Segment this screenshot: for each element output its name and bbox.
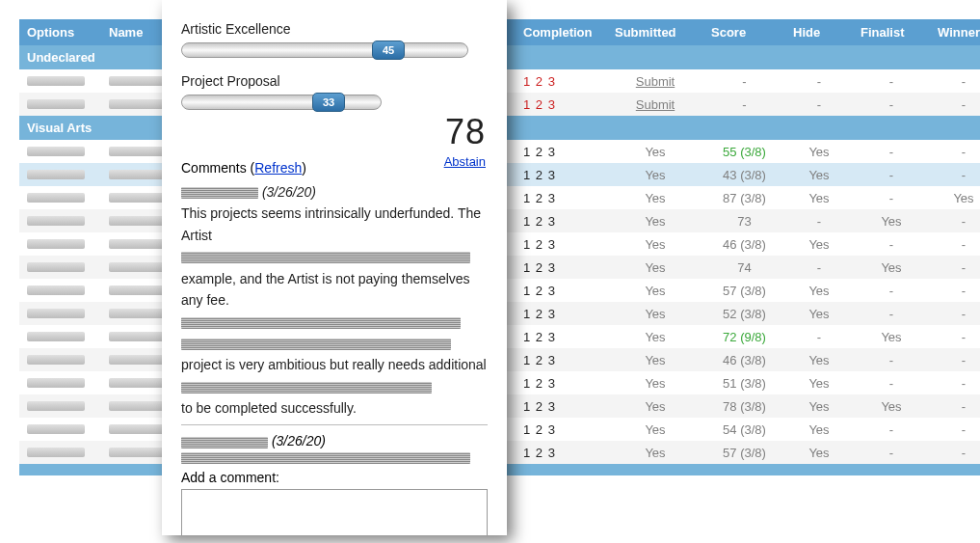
finalist-cell: - (853, 186, 930, 209)
hide-cell: - (785, 209, 853, 232)
finalist-cell: - (853, 140, 930, 163)
winner-cell: - (930, 93, 980, 116)
hide-cell: Yes (785, 371, 853, 394)
finalist-cell: - (853, 69, 930, 93)
completion-step[interactable]: 3 (548, 74, 555, 89)
col-header: Finalist (853, 19, 930, 45)
score-cell: 43 (3/8) (703, 163, 785, 186)
score-cell: - (703, 69, 785, 93)
finalist-cell: - (853, 302, 930, 325)
submitted-cell: Yes (607, 325, 703, 348)
completion-step[interactable]: 1 (523, 97, 530, 112)
completion-cell: 1 2 3 (516, 186, 607, 209)
completion-step[interactable]: 2 (536, 74, 543, 89)
completion-cell: 1 2 3 (516, 163, 607, 186)
finalist-cell: - (853, 232, 930, 256)
submitted-cell: Yes (607, 302, 703, 325)
completion-cell: 1 2 3 (516, 256, 607, 279)
submitted-cell: Yes (607, 140, 703, 163)
score-cell: 46 (3/8) (703, 348, 785, 371)
hide-cell: Yes (785, 279, 853, 302)
winner-cell: - (930, 140, 980, 163)
comment-date: (3/26/20) (262, 184, 316, 200)
completion-cell: 1 2 3 (516, 302, 607, 325)
refresh-comments-link[interactable]: Refresh (254, 160, 302, 176)
finalist-cell: - (853, 441, 930, 464)
completion-cell: 1 2 3 (516, 69, 607, 93)
finalist-cell: - (853, 418, 930, 441)
submit-link[interactable]: Submit (636, 97, 675, 112)
submitted-cell: Yes (607, 279, 703, 302)
finalist-cell: Yes (853, 209, 930, 232)
submitted-cell: Yes (607, 418, 703, 441)
score-cell: 52 (3/8) (703, 302, 785, 325)
hide-cell: Yes (785, 418, 853, 441)
completion-cell: 1 2 3 (516, 371, 607, 394)
submit-link[interactable]: Submit (636, 74, 675, 89)
hide-cell: Yes (785, 232, 853, 256)
score-cell: 46 (3/8) (703, 232, 785, 256)
submitted-cell: Submit (607, 69, 703, 93)
completion-step[interactable]: 3 (548, 97, 555, 112)
abstain-link[interactable]: Abstain (444, 154, 486, 169)
completion-cell: 1 2 3 (516, 209, 607, 232)
winner-cell: Yes (930, 186, 980, 209)
hide-cell: Yes (785, 348, 853, 371)
winner-cell: - (930, 418, 980, 441)
finalist-cell: Yes (853, 394, 930, 418)
col-header: Options (19, 19, 101, 45)
comment-1: (3/26/20) This projects seems intrinsica… (181, 181, 488, 425)
score-cell: 87 (3/8) (703, 186, 785, 209)
slider-label: Project Proposal (181, 73, 488, 89)
col-header: Winner (930, 19, 980, 45)
col-header: Hide (785, 19, 853, 45)
submitted-cell: Submit (607, 93, 703, 116)
submitted-cell: Yes (607, 371, 703, 394)
col-header: Submitted (607, 19, 703, 45)
comment-date: (3/26/20) (272, 433, 326, 448)
col-header: Score (703, 19, 785, 45)
completion-cell: 1 2 3 (516, 93, 607, 116)
score-cell: 78 (3/8) (703, 394, 785, 418)
finalist-cell: - (853, 279, 930, 302)
score-cell: 55 (3/8) (703, 140, 785, 163)
winner-cell: - (930, 325, 980, 348)
slider-handle[interactable]: 33 (312, 93, 345, 112)
completion-cell: 1 2 3 (516, 140, 607, 163)
slider-label: Artistic Excellence (181, 21, 488, 37)
completion-cell: 1 2 3 (516, 279, 607, 302)
completion-cell: 1 2 3 (516, 418, 607, 441)
comment-textarea[interactable] (181, 489, 488, 535)
submitted-cell: Yes (607, 186, 703, 209)
slider-handle[interactable]: 45 (372, 41, 405, 60)
add-comment-label: Add a comment: (181, 470, 488, 485)
completion-step[interactable]: 1 (523, 74, 530, 89)
finalist-cell: - (853, 93, 930, 116)
completion-step[interactable]: 2 (536, 97, 543, 112)
submitted-cell: Yes (607, 209, 703, 232)
total-score: 78 (445, 112, 486, 152)
completion-cell: 1 2 3 (516, 232, 607, 256)
score-cell: 72 (9/8) (703, 325, 785, 348)
score-cell: 54 (3/8) (703, 418, 785, 441)
score-cell: 74 (703, 256, 785, 279)
winner-cell: - (930, 441, 980, 464)
completion-cell: 1 2 3 (516, 348, 607, 371)
finalist-cell: - (853, 371, 930, 394)
score-cell: 73 (703, 209, 785, 232)
winner-cell: - (930, 348, 980, 371)
score-slider[interactable]: 33 (181, 93, 488, 112)
submitted-cell: Yes (607, 163, 703, 186)
completion-cell: 1 2 3 (516, 394, 607, 418)
hide-cell: - (785, 256, 853, 279)
finalist-cell: Yes (853, 325, 930, 348)
score-cell: 57 (3/8) (703, 441, 785, 464)
winner-cell: - (930, 69, 980, 93)
score-slider[interactable]: 45 (181, 41, 488, 60)
finalist-cell: - (853, 163, 930, 186)
winner-cell: - (930, 256, 980, 279)
completion-cell: 1 2 3 (516, 441, 607, 464)
winner-cell: - (930, 209, 980, 232)
hide-cell: Yes (785, 140, 853, 163)
score-cell: - (703, 93, 785, 116)
